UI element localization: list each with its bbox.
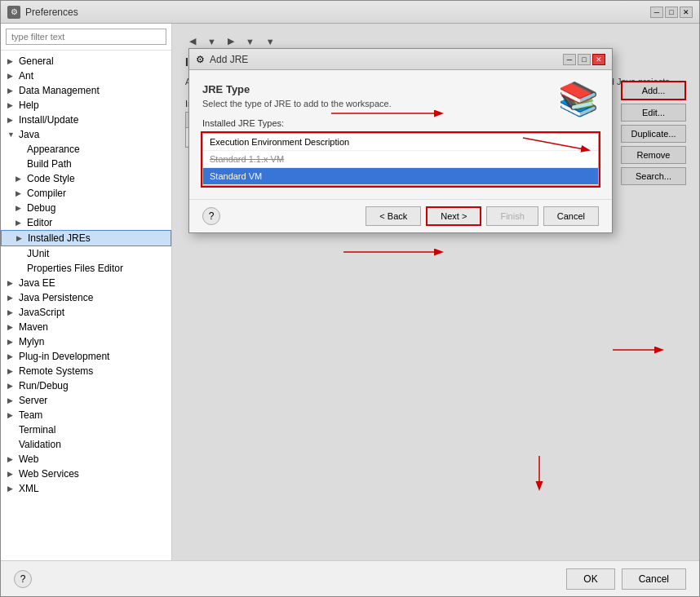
sidebar-item-installed-jres[interactable]: ▶ Installed JREs bbox=[1, 230, 171, 246]
sidebar-item-server[interactable]: ▶ Server bbox=[1, 393, 171, 408]
filter-input[interactable] bbox=[6, 29, 166, 45]
dialog-title: Add JRE bbox=[210, 54, 248, 65]
label-java-ee: Java EE bbox=[19, 277, 55, 289]
sidebar-item-compiler[interactable]: ▶ Compiler bbox=[1, 186, 171, 201]
sidebar-item-build-path[interactable]: Build Path bbox=[1, 157, 171, 171]
back-button[interactable]: < Back bbox=[366, 206, 421, 226]
arrow-data-mgmt: ▶ bbox=[7, 86, 16, 95]
dialog-minimize-btn[interactable]: ─ bbox=[563, 54, 576, 65]
label-plugin-dev: Plug-in Development bbox=[19, 351, 109, 362]
jre-types-list: Execution Environment Description Standa… bbox=[202, 133, 599, 186]
finish-button[interactable]: Finish bbox=[486, 206, 538, 226]
sidebar-item-editor[interactable]: ▶ Editor bbox=[1, 215, 171, 230]
arrow-installed-jres: ▶ bbox=[16, 234, 24, 242]
sidebar-item-debug[interactable]: ▶ Debug bbox=[1, 201, 171, 215]
sidebar-item-junit[interactable]: JUnit bbox=[1, 246, 171, 261]
sidebar-item-general[interactable]: ▶ General bbox=[1, 54, 171, 69]
cancel-button[interactable]: Cancel bbox=[543, 206, 599, 226]
arrow-web-services: ▶ bbox=[7, 470, 16, 478]
label-team: Team bbox=[19, 409, 42, 421]
arrow-compiler: ▶ bbox=[16, 189, 24, 197]
label-compiler: Compiler bbox=[27, 188, 66, 199]
jre-type-exec-env[interactable]: Execution Environment Description bbox=[203, 134, 598, 151]
jre-type-standard-11[interactable]: Standard 1.1.x VM bbox=[203, 151, 598, 168]
dialog-installed-label: Installed JRE Types: bbox=[202, 118, 599, 128]
label-mylyn: Mylyn bbox=[19, 336, 44, 347]
help-circle-bottom[interactable]: ? bbox=[14, 570, 32, 588]
label-xml: XML bbox=[19, 483, 39, 494]
arrow-install: ▶ bbox=[7, 116, 16, 124]
sidebar-item-xml[interactable]: ▶ XML bbox=[1, 481, 171, 496]
sidebar-item-plugin-dev[interactable]: ▶ Plug-in Development bbox=[1, 349, 171, 364]
label-build-path: Build Path bbox=[27, 158, 72, 170]
label-install: Install/Update bbox=[19, 114, 78, 126]
right-panel: ◀ ▼ ▶ ▼ ▼ Installed JREs Add, remove or … bbox=[172, 24, 699, 560]
title-bar: ⚙ Preferences ─ □ ✕ bbox=[1, 1, 699, 24]
label-appearance: Appearance bbox=[27, 144, 80, 155]
sidebar-item-validation[interactable]: Validation bbox=[1, 437, 171, 452]
maximize-button[interactable]: □ bbox=[665, 7, 678, 18]
sidebar-item-java-ee[interactable]: ▶ Java EE bbox=[1, 276, 171, 290]
arrow-help: ▶ bbox=[7, 101, 16, 109]
arrow-team: ▶ bbox=[7, 411, 16, 419]
sidebar-item-appearance[interactable]: Appearance bbox=[1, 142, 171, 157]
label-junit: JUnit bbox=[27, 248, 49, 259]
sidebar-item-java-persistence[interactable]: ▶ Java Persistence bbox=[1, 290, 171, 305]
label-properties: Properties Files Editor bbox=[27, 263, 123, 274]
bottom-bar: ? OK Cancel bbox=[1, 560, 699, 596]
sidebar-item-remote-systems[interactable]: ▶ Remote Systems bbox=[1, 364, 171, 378]
label-code-style: Code Style bbox=[27, 173, 75, 184]
dialog-maximize-btn[interactable]: □ bbox=[578, 54, 591, 65]
close-button[interactable]: ✕ bbox=[680, 7, 693, 18]
dialog-footer: ? < Back Next > Finish Cancel bbox=[189, 199, 612, 232]
label-data-mgmt: Data Management bbox=[19, 85, 100, 96]
arrow-java: ▼ bbox=[7, 130, 16, 139]
sidebar-item-data-management[interactable]: ▶ Data Management bbox=[1, 83, 171, 98]
next-button[interactable]: Next > bbox=[426, 206, 481, 226]
label-javascript: JavaScript bbox=[19, 307, 64, 318]
dialog-titlebar: ⚙ Add JRE ─ □ ✕ bbox=[189, 49, 612, 70]
label-web-services: Web Services bbox=[19, 468, 79, 480]
label-validation: Validation bbox=[19, 439, 61, 450]
add-jre-dialog: ⚙ Add JRE ─ □ ✕ JRE Type bbox=[188, 48, 613, 233]
tree-area: ▶ General ▶ Ant ▶ Data Management ▶ Help bbox=[1, 51, 171, 560]
label-ant: Ant bbox=[19, 70, 33, 82]
help-button[interactable]: ? bbox=[202, 207, 220, 225]
sidebar-item-mylyn[interactable]: ▶ Mylyn bbox=[1, 334, 171, 349]
label-editor: Editor bbox=[27, 217, 52, 228]
sidebar-item-terminal[interactable]: Terminal bbox=[1, 422, 171, 437]
sidebar-item-code-style[interactable]: ▶ Code Style bbox=[1, 171, 171, 186]
arrow-java-persistence: ▶ bbox=[7, 294, 16, 302]
main-window: ⚙ Preferences ─ □ ✕ ▶ General ▶ bbox=[0, 0, 700, 597]
arrow-general: ▶ bbox=[7, 57, 16, 65]
dialog-section-title: JRE Type bbox=[202, 83, 545, 95]
minimize-button[interactable]: ─ bbox=[650, 7, 663, 18]
sidebar-item-team[interactable]: ▶ Team bbox=[1, 408, 171, 422]
label-remote-systems: Remote Systems bbox=[19, 365, 93, 377]
sidebar-item-maven[interactable]: ▶ Maven bbox=[1, 320, 171, 334]
window-controls: ─ □ ✕ bbox=[650, 7, 693, 18]
dialog-close-button[interactable]: ✕ bbox=[592, 54, 605, 65]
window-title: Preferences bbox=[25, 7, 78, 18]
cancel-bottom-button[interactable]: Cancel bbox=[622, 568, 686, 590]
arrow-run-debug: ▶ bbox=[7, 382, 16, 390]
label-help: Help bbox=[19, 100, 39, 111]
arrow-remote-systems: ▶ bbox=[7, 367, 16, 375]
sidebar-item-help[interactable]: ▶ Help bbox=[1, 98, 171, 113]
sidebar-item-install-update[interactable]: ▶ Install/Update bbox=[1, 113, 171, 127]
jre-type-standard-vm[interactable]: Standard VM bbox=[203, 168, 598, 185]
sidebar-item-javascript[interactable]: ▶ JavaScript bbox=[1, 305, 171, 320]
sidebar-item-web[interactable]: ▶ Web bbox=[1, 452, 171, 467]
label-java: Java bbox=[19, 129, 39, 140]
dialog-app-icon: ⚙ bbox=[196, 54, 205, 65]
dialog-overlay: ⚙ Add JRE ─ □ ✕ JRE Type bbox=[172, 24, 699, 560]
ok-button[interactable]: OK bbox=[566, 568, 614, 590]
label-run-debug: Run/Debug bbox=[19, 380, 69, 391]
sidebar-item-run-debug[interactable]: ▶ Run/Debug bbox=[1, 378, 171, 393]
sidebar-item-ant[interactable]: ▶ Ant bbox=[1, 69, 171, 83]
app-icon: ⚙ bbox=[7, 6, 20, 19]
sidebar-item-web-services[interactable]: ▶ Web Services bbox=[1, 467, 171, 481]
arrow-ant: ▶ bbox=[7, 72, 16, 80]
sidebar-item-java[interactable]: ▼ Java bbox=[1, 127, 171, 142]
sidebar-item-properties-files[interactable]: Properties Files Editor bbox=[1, 261, 171, 276]
